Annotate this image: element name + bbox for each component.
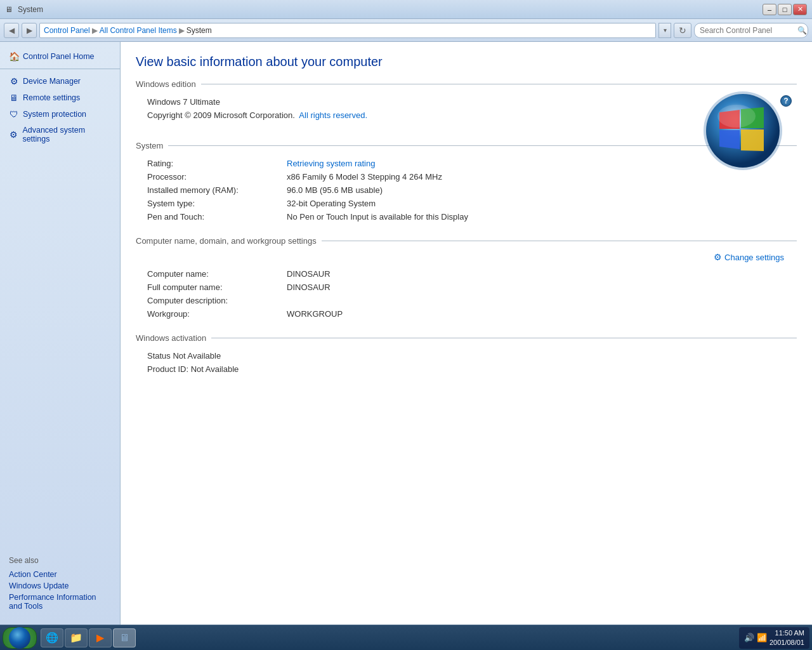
device-manager-icon: ⚙ bbox=[9, 76, 19, 86]
rating-value[interactable]: Retrieving system rating bbox=[287, 159, 375, 168]
system-type-row: System type: 32-bit Operating System bbox=[136, 197, 797, 210]
content-area: ? View basic information about your comp… bbox=[121, 42, 812, 625]
back-button[interactable]: ◀ bbox=[4, 23, 19, 38]
taskbar-ie-button[interactable]: 🌐 bbox=[41, 628, 63, 647]
tray-network-icon[interactable]: 📶 bbox=[757, 633, 767, 642]
start-orb bbox=[9, 627, 30, 649]
sidebar-item-remote-settings[interactable]: 🖥 Remote settings bbox=[0, 90, 120, 106]
explorer-icon: 📁 bbox=[70, 632, 82, 644]
see-also-title: See also bbox=[9, 556, 111, 565]
title-bar-left: 🖥 System bbox=[5, 5, 43, 14]
page-title: View basic information about your comput… bbox=[136, 55, 797, 69]
title-bar: 🖥 System – □ ✕ bbox=[0, 0, 812, 19]
content-wrapper: ? View basic information about your comp… bbox=[136, 55, 797, 376]
system-type-value: 32-bit Operating System bbox=[287, 199, 376, 208]
memory-value: 96.0 MB (95.6 MB usable) bbox=[287, 185, 383, 195]
remote-settings-icon: 🖥 bbox=[9, 93, 19, 103]
search-box: 🔍 bbox=[694, 23, 808, 38]
tray-volume-icon[interactable]: 🔊 bbox=[744, 633, 754, 642]
address-dropdown[interactable]: ▾ bbox=[658, 23, 671, 38]
computer-description-row: Computer description: bbox=[136, 294, 797, 307]
processor-label: Processor: bbox=[147, 172, 287, 182]
sidebar-advanced-settings-label: Advanced system settings bbox=[22, 126, 111, 143]
section-header-computer-name: Computer name, domain, and workgroup set… bbox=[136, 236, 797, 246]
svg-point-2 bbox=[717, 105, 756, 128]
full-computer-name-label: Full computer name: bbox=[147, 282, 287, 292]
tray-date-value: 2001/08/01 bbox=[769, 638, 804, 647]
breadcrumb-sep-1: ▶ bbox=[92, 26, 98, 35]
see-also-performance[interactable]: Performance Information and Tools bbox=[9, 592, 111, 612]
sidebar-device-manager-label: Device Manager bbox=[23, 77, 81, 86]
see-also-action-center[interactable]: Action Center bbox=[9, 569, 111, 580]
edition-row: Windows 7 Ultimate bbox=[136, 95, 797, 109]
ie-icon: 🌐 bbox=[46, 632, 58, 644]
section-line-edition bbox=[201, 84, 797, 84]
pen-touch-row: Pen and Touch: No Pen or Touch Input is … bbox=[136, 210, 797, 223]
windows-activation-section: Windows activation Status Not Available … bbox=[136, 333, 797, 376]
copyright-text: Copyright © 2009 Microsoft Corporation. … bbox=[147, 110, 367, 120]
memory-row: Installed memory (RAM): 96.0 MB (95.6 MB… bbox=[136, 183, 797, 197]
workgroup-label: Workgroup: bbox=[147, 309, 287, 319]
forward-button[interactable]: ▶ bbox=[22, 23, 37, 38]
system-section: System Rating: Retrieving system rating … bbox=[136, 141, 797, 223]
search-icon: 🔍 bbox=[797, 26, 807, 35]
pen-touch-label: Pen and Touch: bbox=[147, 212, 287, 222]
system-tray: 🔊 📶 11:50 AM 2001/08/01 bbox=[739, 627, 809, 649]
section-title-edition: Windows edition bbox=[136, 79, 201, 89]
windows-edition-section: Windows edition Windows 7 Ultimate Copyr… bbox=[136, 79, 797, 122]
maximize-button[interactable]: □ bbox=[778, 4, 792, 15]
breadcrumb-current: System bbox=[187, 26, 212, 35]
sidebar-item-device-manager[interactable]: ⚙ Device Manager bbox=[0, 73, 120, 90]
sidebar: 🏠 Control Panel Home ⚙ Device Manager 🖥 … bbox=[0, 42, 121, 625]
see-also-windows-update[interactable]: Windows Update bbox=[9, 580, 111, 592]
workgroup-value: WORKGROUP bbox=[287, 309, 343, 319]
home-icon: 🏠 bbox=[9, 51, 19, 62]
product-id-row: Product ID: Not Available bbox=[136, 362, 797, 376]
activation-status: Status Not Available bbox=[147, 351, 221, 361]
breadcrumb-control-panel[interactable]: Control Panel bbox=[44, 26, 90, 35]
breadcrumb-all-items[interactable]: All Control Panel Items bbox=[100, 26, 177, 35]
all-rights-text: All rights reserved. bbox=[299, 110, 367, 120]
section-title-system: System bbox=[136, 141, 168, 150]
windows-logo bbox=[702, 90, 784, 174]
taskbar-explorer-button[interactable]: 📁 bbox=[65, 628, 88, 647]
sidebar-system-protection-label: System protection bbox=[23, 110, 86, 119]
sidebar-see-also: See also Action Center Windows Update Pe… bbox=[0, 550, 120, 618]
main-container: 🏠 Control Panel Home ⚙ Device Manager 🖥 … bbox=[0, 42, 812, 625]
sidebar-item-system-protection[interactable]: 🛡 System protection bbox=[0, 106, 120, 123]
change-settings-icon: ⚙ bbox=[714, 252, 722, 262]
section-header-system: System bbox=[136, 141, 797, 150]
product-id-label-inline: Product ID: bbox=[147, 364, 191, 374]
sidebar-control-panel-home[interactable]: 🏠 Control Panel Home bbox=[0, 48, 120, 65]
change-settings-link[interactable]: ⚙ Change settings bbox=[714, 252, 784, 262]
computer-name-section: Computer name, domain, and workgroup set… bbox=[136, 236, 797, 321]
start-button[interactable] bbox=[3, 627, 37, 649]
section-line-activation bbox=[211, 338, 797, 338]
copyright-row: Copyright © 2009 Microsoft Corporation. … bbox=[136, 109, 797, 122]
activation-status-row: Status Not Available bbox=[136, 349, 797, 362]
address-path[interactable]: Control Panel ▶ All Control Panel Items … bbox=[39, 23, 656, 38]
tray-clock[interactable]: 11:50 AM 2001/08/01 bbox=[769, 628, 804, 647]
sidebar-item-advanced-settings[interactable]: ⚙ Advanced system settings bbox=[0, 123, 120, 147]
rating-row: Rating: Retrieving system rating bbox=[136, 157, 797, 170]
refresh-button[interactable]: ↻ bbox=[674, 23, 691, 38]
control-panel-icon: 🖥 bbox=[119, 632, 129, 644]
section-line-computer-name bbox=[322, 241, 797, 241]
title-bar-icon: 🖥 bbox=[5, 5, 13, 14]
minimize-button[interactable]: – bbox=[763, 4, 776, 15]
window-controls: – □ ✕ bbox=[763, 4, 807, 15]
title-bar-text: System bbox=[18, 5, 43, 14]
search-input[interactable] bbox=[700, 26, 795, 35]
system-protection-icon: 🛡 bbox=[9, 109, 19, 119]
taskbar: 🌐 📁 ▶ 🖥 🔊 📶 11:50 AM 2001/08/01 bbox=[0, 625, 812, 650]
sidebar-remote-settings-label: Remote settings bbox=[23, 93, 80, 102]
section-title-activation: Windows activation bbox=[136, 333, 211, 343]
section-header-activation: Windows activation bbox=[136, 333, 797, 343]
rating-label: Rating: bbox=[147, 159, 287, 168]
taskbar-media-button[interactable]: ▶ bbox=[89, 628, 112, 647]
taskbar-control-panel-button[interactable]: 🖥 bbox=[113, 628, 136, 647]
close-button[interactable]: ✕ bbox=[793, 4, 807, 15]
edition-value: Windows 7 Ultimate bbox=[147, 97, 220, 107]
workgroup-row: Workgroup: WORKGROUP bbox=[136, 307, 797, 321]
breadcrumb-sep-2: ▶ bbox=[179, 26, 185, 35]
